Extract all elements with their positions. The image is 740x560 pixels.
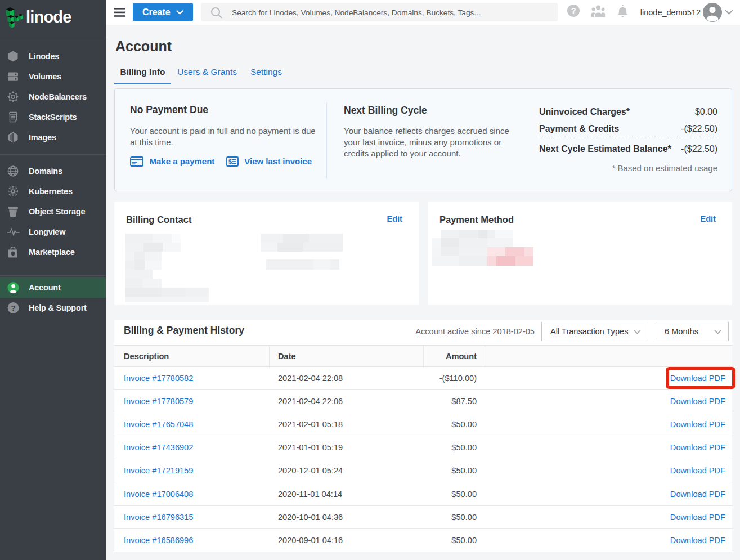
svg-text:?: ?	[571, 6, 576, 15]
svg-text:$: $	[228, 158, 232, 165]
svg-text:?: ?	[11, 304, 15, 312]
